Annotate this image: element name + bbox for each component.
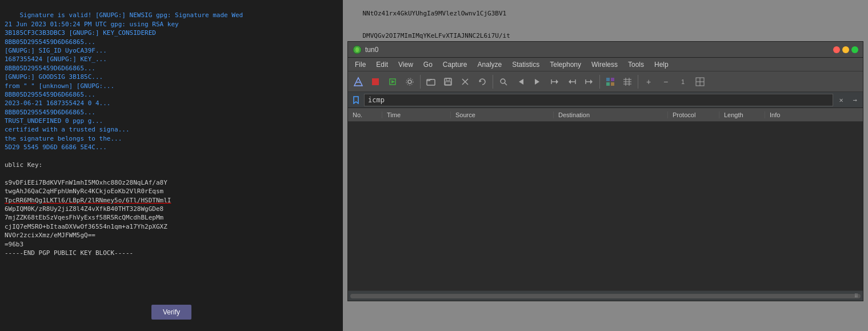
capture-options-button[interactable] bbox=[402, 74, 418, 90]
svg-rect-9 bbox=[445, 82, 451, 85]
grid-view-button[interactable] bbox=[619, 74, 635, 90]
col-header-protocol: Protocol bbox=[668, 111, 719, 118]
key-line-8: =96b3 bbox=[5, 241, 23, 248]
title-bar-title: tun0 bbox=[365, 46, 378, 54]
col-header-info: Info bbox=[765, 111, 863, 118]
key-line-4: 6WpIQM0K/zR8Uy2jiZ8l4Z4vXfkB40THT328WgGD… bbox=[5, 205, 163, 213]
signature-line-2: 21 Jun 2023 01:50:24 PM UTC gpg: using R… bbox=[5, 21, 179, 28]
menu-tools[interactable]: Tools bbox=[623, 59, 649, 70]
signature-line-6: 1687355424 [GNUPG:] KEY_... bbox=[5, 55, 107, 63]
reload-file-button[interactable] bbox=[474, 74, 490, 90]
zoom-out-button[interactable]: − bbox=[658, 74, 674, 90]
right-text-line-2: DMVQGv2OI7MImIMqYKeLFvXTIAJNNC2L6i7U/it bbox=[363, 32, 510, 39]
signature-line-1: Signature is valid! [GNUPG:] NEWSIG gpg:… bbox=[20, 11, 243, 19]
menu-wireless[interactable]: Wireless bbox=[587, 59, 622, 70]
col-header-time: Time bbox=[382, 111, 451, 118]
signature-line-11: 2023-06-21 1687355424 0 4... bbox=[5, 99, 110, 107]
menu-statistics[interactable]: Statistics bbox=[507, 59, 544, 70]
zoom-in-button[interactable]: + bbox=[641, 74, 657, 90]
go-forward-button[interactable] bbox=[530, 74, 546, 90]
save-file-button[interactable] bbox=[440, 74, 456, 90]
packet-list-header: No. Time Source Destination Protocol Len… bbox=[348, 108, 863, 122]
signature-line-16: 5D29 5545 9D6D 6686 5E4C... bbox=[5, 143, 107, 151]
key-line-1: s9vDFiEEi7BdKVVFnW1mhI5MOxhc88Oz28NqLAf/… bbox=[5, 179, 167, 186]
menu-analyze[interactable]: Analyze bbox=[473, 59, 507, 70]
menu-file[interactable]: File bbox=[350, 59, 370, 70]
svg-marker-21 bbox=[569, 79, 571, 84]
wireshark-window: tun0 File Edit View Go Capture Analyze S… bbox=[347, 41, 863, 301]
svg-rect-26 bbox=[606, 78, 610, 81]
toolbar-sep-2 bbox=[493, 75, 493, 89]
left-terminal-panel: Signature is valid! [GNUPG:] NEWSIG gpg:… bbox=[0, 0, 343, 331]
svg-marker-24 bbox=[590, 79, 593, 84]
menu-telephony[interactable]: Telephony bbox=[545, 59, 586, 70]
horizontal-scrollbar[interactable]: ⠿ bbox=[350, 294, 861, 298]
menu-capture[interactable]: Capture bbox=[438, 59, 472, 70]
signature-line-10: 8BB05D2955459D6D66865... bbox=[5, 91, 95, 98]
zoom-in-label: + bbox=[646, 77, 651, 86]
stop-capture-button[interactable] bbox=[367, 74, 383, 90]
key-line-6: cjIQ7eMSRO+bItaaDXVwOf36554n1qm+a17Yh2pX… bbox=[5, 223, 167, 230]
signature-line-15: the signature belongs to the... bbox=[5, 135, 122, 142]
signature-line-13: TRUST_UNDEFINED 0 pgp g... bbox=[5, 117, 103, 125]
filter-bookmark-icon bbox=[350, 94, 362, 106]
signature-line-14: certified with a trusted signa... bbox=[5, 126, 130, 133]
prev-packet-button[interactable] bbox=[564, 74, 580, 90]
key-line-7: NVOr2zcixXmz/eMJFWM5gQ== bbox=[5, 232, 95, 239]
zoom-normal-button[interactable]: 1 bbox=[675, 74, 691, 90]
start-capture-button[interactable] bbox=[350, 74, 366, 90]
col-header-length: Length bbox=[719, 111, 765, 118]
svg-rect-28 bbox=[606, 82, 610, 86]
menu-go[interactable]: Go bbox=[419, 59, 437, 70]
svg-rect-27 bbox=[611, 78, 614, 81]
next-packet-button[interactable] bbox=[581, 74, 597, 90]
svg-rect-29 bbox=[611, 82, 614, 86]
zoom-out-label: − bbox=[663, 77, 668, 86]
col-header-no: No. bbox=[348, 111, 382, 118]
signature-from-line: from " " [unknown] [GNUPG:... bbox=[5, 82, 114, 90]
menu-edit[interactable]: Edit bbox=[371, 59, 393, 70]
packet-list-area[interactable] bbox=[348, 122, 863, 290]
menu-view[interactable]: View bbox=[394, 59, 418, 70]
signature-line-12: 8BB05D2955459D6D66865... bbox=[5, 109, 95, 116]
public-key-label: ublic Key: bbox=[5, 161, 42, 169]
key-line-3: TpcRR6MhQg1LKTl6/LBpR/2lRNmey5o/6Tl/HSDT… bbox=[5, 197, 171, 204]
signature-line-8: [GNUPG:] GOODSIG 3B185C... bbox=[5, 73, 103, 81]
maximize-window-button[interactable] bbox=[851, 46, 858, 53]
colorize-button[interactable] bbox=[602, 74, 618, 90]
go-back-button[interactable] bbox=[513, 74, 529, 90]
bottom-status-bar: ⠿ bbox=[348, 290, 863, 301]
signature-line-5: [GNUPG:] SIG_ID UyoCA39F... bbox=[5, 47, 107, 54]
open-file-button[interactable] bbox=[423, 74, 439, 90]
menu-help[interactable]: Help bbox=[650, 59, 673, 70]
restart-capture-button[interactable] bbox=[385, 74, 401, 90]
find-packet-button[interactable] bbox=[495, 74, 511, 90]
key-line-2: twgAhJ6QaC2qHFphUmNyRc4KCkjoEoKb2VlR0rEq… bbox=[5, 188, 163, 195]
svg-line-14 bbox=[505, 83, 507, 85]
jump-to-packet-button[interactable] bbox=[547, 74, 563, 90]
close-window-button[interactable] bbox=[833, 46, 840, 53]
right-text-line-1: NNtOz41rx4GkUYUhgIa9MVlezlOwnv1CjG3BV1 bbox=[363, 10, 507, 17]
svg-point-13 bbox=[501, 79, 505, 83]
col-header-source: Source bbox=[451, 111, 554, 118]
svg-marker-16 bbox=[535, 79, 539, 85]
filter-clear-button[interactable]: ✕ bbox=[835, 94, 847, 106]
title-bar: tun0 bbox=[348, 42, 863, 58]
title-bar-controls bbox=[833, 46, 858, 53]
resize-panes-button[interactable] bbox=[692, 74, 708, 90]
svg-point-5 bbox=[406, 78, 413, 85]
menu-bar: File Edit View Go Capture Analyze Statis… bbox=[348, 58, 863, 71]
toolbar-sep-3 bbox=[599, 75, 600, 89]
svg-marker-15 bbox=[519, 79, 523, 85]
wireshark-app-icon bbox=[353, 45, 362, 54]
minimize-window-button[interactable] bbox=[842, 46, 849, 53]
svg-marker-12 bbox=[479, 80, 482, 82]
toolbar-sep-4 bbox=[638, 75, 638, 89]
resize-handle: ⠿ bbox=[854, 293, 858, 299]
close-file-button[interactable] bbox=[457, 74, 473, 90]
key-line-end: -----END PGP PUBLIC KEY BLOCK----- bbox=[5, 249, 133, 257]
svg-marker-18 bbox=[556, 79, 558, 84]
filter-input[interactable] bbox=[364, 94, 833, 106]
verify-button[interactable]: Verify bbox=[151, 305, 191, 320]
filter-apply-button[interactable]: → bbox=[849, 94, 861, 106]
